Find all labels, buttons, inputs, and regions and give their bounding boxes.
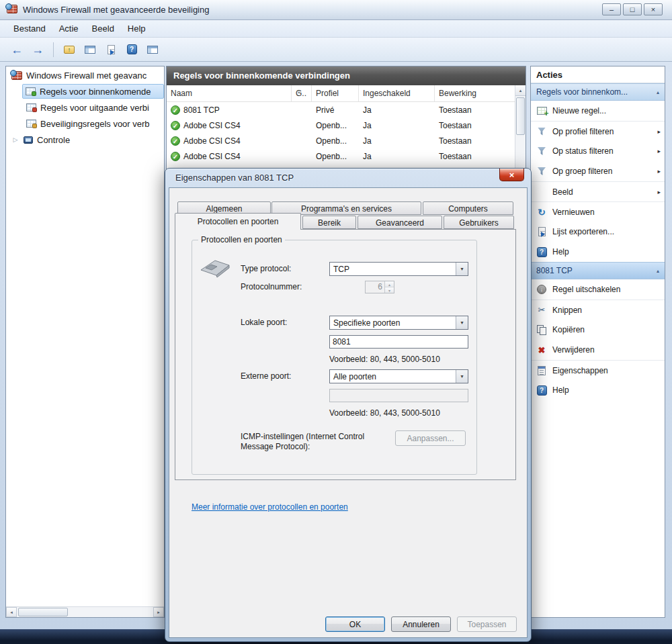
action-export-list[interactable]: Lijst exporteren... bbox=[531, 222, 665, 242]
local-port-label: Lokale poort: bbox=[241, 318, 287, 327]
scroll-right-icon[interactable]: ▸ bbox=[153, 607, 164, 617]
toolbar-separator bbox=[53, 42, 54, 57]
menu-bestand[interactable]: Bestand bbox=[7, 21, 52, 37]
tab-bereik[interactable]: Bereik bbox=[302, 216, 356, 229]
rule-name: 8081 TCP bbox=[183, 105, 220, 115]
console-tree-pane: Windows Firewall met geavanc Regels voor… bbox=[5, 66, 165, 618]
protocol-hardware-icon bbox=[199, 257, 231, 278]
main-titlebar: Windows Firewall met geavanceerde beveil… bbox=[0, 0, 672, 20]
action-delete[interactable]: ✖ Verwijderen bbox=[531, 340, 665, 360]
expand-arrow-icon[interactable]: ▷ bbox=[11, 136, 19, 143]
action-properties[interactable]: Eigenschappen bbox=[531, 360, 665, 380]
forward-button[interactable]: → bbox=[29, 41, 46, 58]
remote-port-example: Voorbeeld: 80, 443, 5000-5010 bbox=[329, 408, 440, 418]
action-filter-status[interactable]: Op status filteren ▸ bbox=[531, 141, 665, 161]
local-port-select[interactable]: Specifieke poorten ▾ bbox=[329, 316, 468, 330]
rule-name: Adobe CSI CS4 bbox=[183, 152, 241, 161]
actions-title: Acties bbox=[531, 66, 665, 83]
action-view[interactable]: Beeld ▸ bbox=[531, 181, 665, 201]
table-row[interactable]: ✓Adobe CSI CS4 Openb... Ja Toestaan bbox=[167, 133, 526, 148]
local-port-input[interactable] bbox=[329, 335, 468, 349]
type-protocol-label: Type protocol: bbox=[241, 264, 291, 273]
menu-beeld[interactable]: Beeld bbox=[85, 21, 121, 37]
toolbar: ← → ↑ ? bbox=[0, 38, 672, 62]
action-disable-rule[interactable]: ↓ Regel uitschakelen bbox=[531, 279, 665, 300]
tab-gebruikers[interactable]: Gebruikers bbox=[444, 216, 514, 229]
remote-port-select[interactable]: Alle poorten ▾ bbox=[329, 369, 468, 383]
protocol-number-stepper: 6 ▴ ▾ bbox=[365, 281, 394, 293]
disable-rule-icon: ↓ bbox=[537, 285, 546, 294]
ok-button[interactable]: OK bbox=[325, 616, 385, 632]
icmp-settings-label: ICMP-instellingen (Internet Control Mess… bbox=[241, 432, 395, 452]
cancel-button[interactable]: Annuleren bbox=[391, 616, 451, 632]
menu-actie[interactable]: Actie bbox=[52, 21, 85, 37]
menu-help[interactable]: Help bbox=[121, 21, 153, 37]
table-row[interactable]: ✓Adobe CSI CS4 Openb... Ja Toestaan bbox=[167, 118, 526, 133]
up-one-level-button[interactable]: ↑ bbox=[60, 41, 78, 58]
close-button[interactable]: × bbox=[644, 3, 663, 15]
action-filter-group[interactable]: Op groep filteren ▸ bbox=[531, 161, 665, 181]
type-protocol-value: TCP bbox=[330, 265, 456, 274]
submenu-arrow-icon: ▸ bbox=[657, 168, 661, 175]
tree-horizontal-scrollbar[interactable]: ◂ ▸ bbox=[6, 606, 164, 617]
table-row[interactable]: ✓Adobe CSI CS4 Openb... Ja Toestaan bbox=[167, 148, 526, 164]
back-button[interactable]: ← bbox=[8, 41, 26, 58]
firewall-icon bbox=[11, 71, 22, 80]
tab-computers[interactable]: Computers bbox=[423, 201, 513, 215]
more-info-link[interactable]: Meer informatie over protocollen en poor… bbox=[192, 502, 348, 512]
tree-root-firewall[interactable]: Windows Firewall met geavanc bbox=[6, 68, 164, 83]
scrollbar-thumb[interactable] bbox=[516, 97, 525, 135]
scrollbar-thumb[interactable] bbox=[18, 608, 68, 616]
refresh-icon: ↻ bbox=[538, 208, 546, 217]
action-help-rule[interactable]: ? Help bbox=[531, 380, 665, 400]
filter-icon bbox=[538, 167, 546, 175]
maximize-button[interactable]: □ bbox=[623, 3, 642, 15]
help-icon: ? bbox=[537, 385, 547, 396]
tab-protocollen-en-poorten[interactable]: Protocollen en poorten bbox=[175, 213, 301, 230]
close-icon: × bbox=[651, 5, 655, 13]
copy-icon bbox=[537, 325, 546, 334]
remote-port-label: Externe poort: bbox=[241, 371, 291, 381]
tree-item-outbound-rules[interactable]: Regels voor uitgaande verbi bbox=[6, 100, 164, 115]
allow-check-icon: ✓ bbox=[171, 105, 180, 115]
minimize-icon: – bbox=[610, 5, 614, 13]
scroll-up-icon[interactable]: ▴ bbox=[515, 85, 526, 96]
panes-button[interactable] bbox=[144, 41, 161, 58]
dialog-close-button[interactable]: × bbox=[499, 169, 524, 181]
type-protocol-select[interactable]: TCP ▾ bbox=[329, 262, 468, 276]
actions-pane: Acties Regels voor binnenkom... ▴ Nieuwe… bbox=[530, 66, 665, 618]
window-controls: – □ × bbox=[602, 3, 663, 15]
spin-down-icon: ▾ bbox=[385, 287, 394, 293]
tree-item-inbound-rules[interactable]: Regels voor binnenkomende bbox=[22, 84, 164, 99]
actions-section-inbound-header[interactable]: Regels voor binnenkom... ▴ bbox=[531, 83, 665, 101]
action-copy[interactable]: Kopiëren bbox=[531, 320, 665, 340]
console-tree-icon bbox=[85, 46, 95, 54]
action-cut[interactable]: ✂ Knippen bbox=[531, 300, 665, 320]
tree-item-security-rules[interactable]: Beveiligingsregels voor verb bbox=[6, 116, 164, 131]
actions-section-rule-header[interactable]: 8081 TCP ▴ bbox=[531, 262, 665, 279]
console-tree-toggle-button[interactable] bbox=[81, 41, 99, 58]
scroll-left-icon[interactable]: ◂ bbox=[6, 607, 17, 617]
column-groep[interactable]: ▴G.. bbox=[292, 85, 312, 101]
icmp-customize-button: Aanpassen... bbox=[395, 430, 466, 446]
action-filter-profile[interactable]: Op profiel filteren ▸ bbox=[531, 121, 665, 141]
action-help[interactable]: ? Help bbox=[531, 242, 665, 262]
table-row[interactable]: ✓8081 TCP Privé Ja Toestaan bbox=[167, 102, 526, 118]
security-rules-icon bbox=[26, 120, 36, 128]
export-list-button[interactable] bbox=[102, 41, 120, 58]
column-bewerking[interactable]: Bewerking bbox=[435, 85, 526, 101]
allow-check-icon: ✓ bbox=[171, 152, 180, 161]
action-new-rule[interactable]: Nieuwe regel... bbox=[531, 101, 665, 121]
column-ingeschakeld[interactable]: Ingeschakeld bbox=[359, 85, 435, 101]
help-icon: ? bbox=[127, 44, 137, 54]
collapse-arrow-icon: ▴ bbox=[657, 268, 659, 274]
column-profiel[interactable]: Profiel bbox=[312, 85, 359, 101]
tree-item-monitoring[interactable]: ▷ Controle bbox=[6, 132, 164, 147]
help-button[interactable]: ? bbox=[123, 41, 140, 58]
column-naam[interactable]: Naam bbox=[167, 85, 292, 101]
spinner-buttons: ▴ ▾ bbox=[384, 281, 394, 293]
tab-geavanceerd[interactable]: Geavanceerd bbox=[358, 216, 442, 229]
minimize-button[interactable]: – bbox=[602, 3, 621, 15]
chevron-down-icon: ▾ bbox=[456, 263, 468, 275]
action-refresh[interactable]: ↻ Vernieuwen bbox=[531, 201, 665, 222]
